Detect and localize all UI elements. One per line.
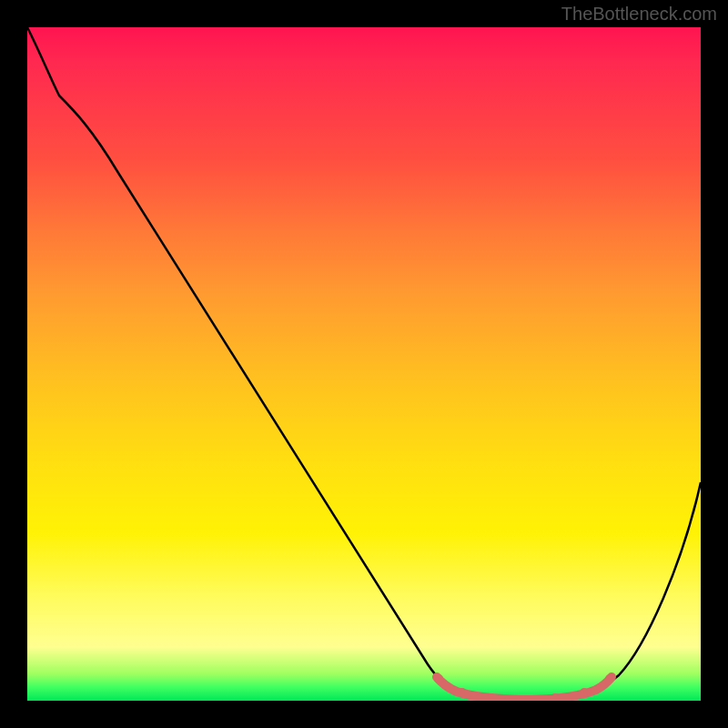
bottleneck-curve-line xyxy=(27,27,701,699)
watermark-text: TheBottleneck.com xyxy=(561,4,717,25)
optimal-marker-dot xyxy=(458,688,467,697)
chart-plot-area xyxy=(27,27,701,701)
optimal-marker-dot xyxy=(605,674,614,683)
optimal-marker-dot xyxy=(580,688,589,697)
chart-svg xyxy=(27,27,701,701)
optimal-marker-dot xyxy=(434,674,443,683)
